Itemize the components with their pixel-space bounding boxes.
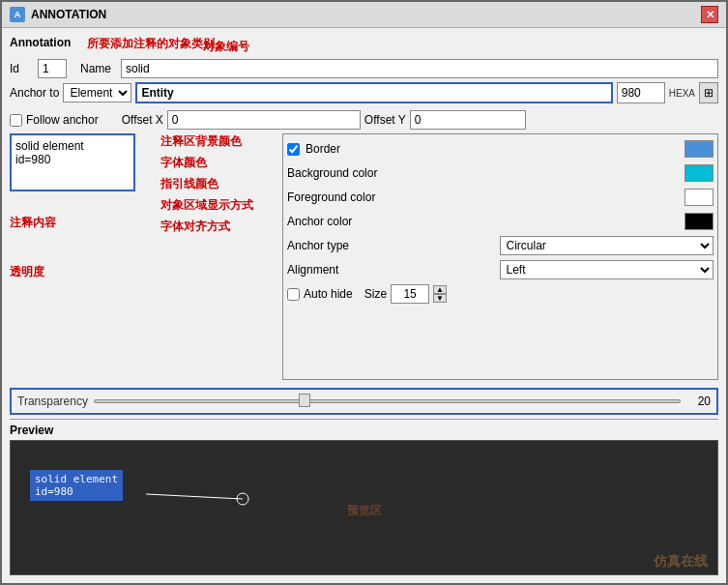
bg-color-label: Background color [287,166,681,180]
font-color-ch-label: 字体颜色 [160,156,207,169]
size-down-btn[interactable]: ▼ [433,294,447,303]
follow-offset-row: Follow anchor Offset X Offset Y [10,110,718,130]
anchor-color-swatch[interactable] [684,213,713,230]
offset-x-label: Offset X [122,113,163,127]
anchor-type-row: Anchor type Circular None Arrow Square [287,235,713,256]
title-left: A ANNOTATION [10,7,106,22]
window-title: ANNOTATION [31,8,106,21]
leader-color-ch-label: 指引线颜色 [160,177,218,190]
name-input[interactable] [121,59,718,78]
preview-annotation-text: solid elementid=980 [30,470,123,501]
annotation-content-ch-label: 注释内容 [10,216,56,229]
fg-color-swatch[interactable] [684,189,713,206]
follow-anchor-checkbox[interactable] [10,114,22,127]
close-button[interactable]: ✕ [701,6,718,23]
title-bar: A ANNOTATION ✕ [2,2,726,28]
entity-input[interactable] [135,82,612,103]
anchor-type-label: Anchor type [287,239,496,252]
auto-hide-checkbox[interactable] [287,288,300,301]
border-color-swatch[interactable] [684,140,713,158]
offset-x-input[interactable] [167,110,361,130]
content-area: Annotation 所要添加注释的对象类别 对象编号 Id Name Anch… [2,28,726,583]
transparency-label: Transparency [17,395,88,408]
follow-anchor-label: Follow anchor [26,113,99,127]
alignment-row: Alignment Left Center Right [287,259,713,280]
size-input[interactable] [391,284,429,304]
bg-color-swatch[interactable] [684,164,713,182]
offset-y-label: Offset Y [364,113,406,127]
preview-label: Preview [10,424,718,437]
svg-line-0 [146,494,243,499]
anchor-to-select[interactable]: Element Node Surface [63,83,131,102]
anchor-color-row: Anchor color [287,211,713,232]
border-label: Border [306,142,681,156]
transparency-ch-label: 透明度 [10,265,44,278]
fg-color-label: Foreground color [287,190,681,204]
leader-line-svg [146,475,262,523]
size-spinner[interactable]: ▲ ▼ [433,285,447,303]
main-area: solid elementid=980 注释内容 透明度 注释区背景颜色 字体颜… [10,133,718,380]
id-name-row: Id Name [10,59,718,78]
hexa-button[interactable]: ⊞ [699,82,718,103]
right-controls-panel: Border Background color Foreground color… [282,133,718,380]
slider-thumb[interactable] [299,394,310,407]
font-align-ch-label: 字体对齐方式 [160,219,230,233]
preview-area-label: 预览区 [347,495,382,520]
anchor-number-input[interactable] [617,82,665,103]
slider-track [94,399,681,403]
border-row: Border [287,138,713,160]
anchor-type-select[interactable]: Circular None Arrow Square [500,236,714,255]
annotation-window: A ANNOTATION ✕ Annotation 所要添加注释的对象类别 对象… [0,0,728,585]
bg-color-row: Background color [287,162,713,184]
anchor-to-label: Anchor to [10,86,59,100]
offset-y-input[interactable] [410,110,526,130]
transparency-row: Transparency 20 [10,388,718,415]
size-label: Size [364,287,387,301]
region-display-ch-label: 对象区域显示方式 [160,198,253,212]
auto-hide-label: Auto hide [304,287,353,301]
transparency-value: 20 [686,395,711,408]
id-label: Id [10,62,34,75]
annotation-content-box[interactable]: solid elementid=980 [10,133,135,191]
preview-section: Preview solid elementid=980 预览区 仿真在线 [10,419,718,575]
annotation-icon: A [10,7,25,22]
section-header: Annotation [10,36,77,49]
border-checkbox[interactable] [287,143,300,156]
auto-hide-row: Auto hide Size ▲ ▼ [287,283,713,305]
bg-color-ch-label: 注释区背景颜色 [160,134,242,148]
alignment-label: Alignment [287,263,496,277]
watermark: 仿真在线 [654,553,708,570]
id-input[interactable] [38,59,67,78]
object-number-label: 对象编号 [203,39,249,55]
anchor-to-row: Anchor to Element Node Surface HEXA ⊞ [10,82,718,103]
size-up-btn[interactable]: ▲ [433,285,447,294]
preview-area: solid elementid=980 预览区 仿真在线 [10,440,718,575]
name-label: Name [80,62,117,75]
transparency-slider-container [94,394,681,409]
annotation-box-text: solid elementid=980 [15,139,84,166]
hexa-label: HEXA [669,88,695,99]
anchor-color-label: Anchor color [287,215,681,228]
alignment-select[interactable]: Left Center Right [500,260,714,279]
fg-color-row: Foreground color [287,187,713,208]
